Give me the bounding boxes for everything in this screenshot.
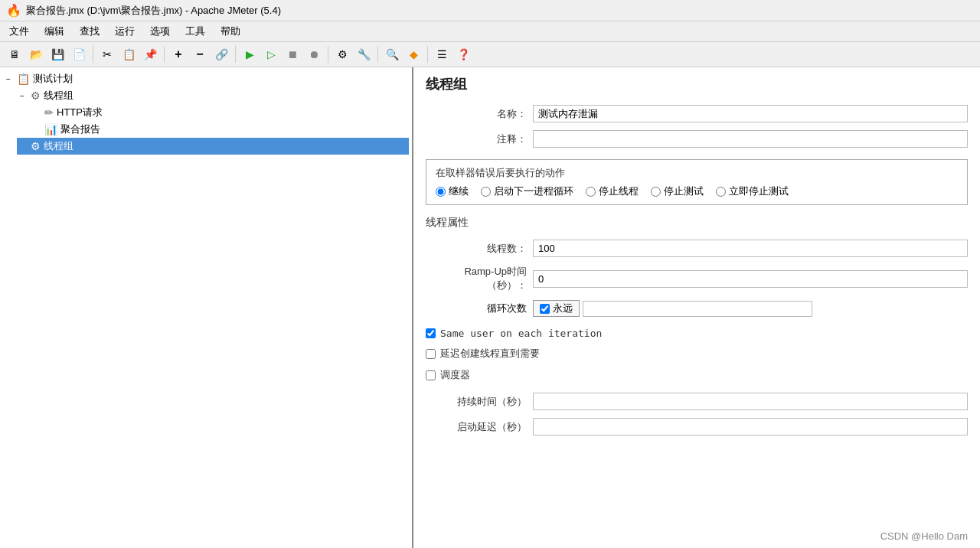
move-button[interactable]: 🔗 xyxy=(211,44,231,64)
window-title: 聚合报告.jmx (D:\jvm\聚合报告.jmx) - Apache JMet… xyxy=(26,4,281,18)
action-continue-radio[interactable] xyxy=(436,187,446,197)
menu-tools[interactable]: 工具 xyxy=(179,23,211,40)
delay-create-label[interactable]: 延迟创建线程直到需要 xyxy=(440,347,540,360)
menu-file[interactable]: 文件 xyxy=(3,23,35,40)
action-stop-thread[interactable]: 停止线程 xyxy=(586,184,639,198)
toggle-aggregate-report xyxy=(34,126,43,134)
same-user-label[interactable]: Same user on each iteration xyxy=(440,328,602,339)
toggle-http-request xyxy=(34,109,43,117)
comment-label: 注释： xyxy=(426,132,533,146)
stop-button[interactable]: ⏹ xyxy=(283,44,302,64)
copy-button[interactable]: 📋 xyxy=(119,44,139,64)
toggle-thread-group-main[interactable]: − xyxy=(20,92,29,100)
title-bar: 🔥 聚合报告.jmx (D:\jvm\聚合报告.jmx) - Apache JM… xyxy=(0,0,980,21)
eternal-checkbox[interactable] xyxy=(540,304,550,314)
duration-row: 持续时间（秒） xyxy=(426,389,968,414)
action-continue[interactable]: 继续 xyxy=(436,184,469,198)
name-section: 名称： 注释： xyxy=(413,98,980,155)
scheduler-checkbox[interactable] xyxy=(426,370,436,380)
action-stop-test-radio[interactable] xyxy=(651,187,661,197)
cut-button[interactable]: ✂ xyxy=(97,44,117,64)
tree: − 📋 测试计划 − ⚙ 线程组 ✏ HTTP请求 📊 聚合报告 xyxy=(0,67,412,158)
list-button[interactable]: ☰ xyxy=(432,44,452,64)
new-button[interactable]: 🖥 xyxy=(5,44,24,64)
action-stop-test-now-radio[interactable] xyxy=(716,187,726,197)
thread-props-section: 线程数： Ramp-Up时间（秒）： 循环次数 永远 xyxy=(413,233,980,324)
duration-section: 持续时间（秒） 启动延迟（秒） xyxy=(413,386,980,442)
test-plan-icon: 📋 xyxy=(17,73,30,85)
eternal-label-container[interactable]: 永远 xyxy=(533,300,580,317)
thread-group-main-icon: ⚙ xyxy=(31,90,41,102)
function-helper-button[interactable]: ◆ xyxy=(403,44,423,64)
scheduler-label[interactable]: 调度器 xyxy=(440,368,470,382)
save-as-button[interactable]: 📄 xyxy=(69,44,89,64)
action-stop-test-now[interactable]: 立即停止测试 xyxy=(716,184,789,198)
separator-5 xyxy=(377,46,378,63)
search-button[interactable]: 🔍 xyxy=(382,44,402,64)
ramp-up-label: Ramp-Up时间（秒）： xyxy=(426,265,533,292)
startup-delay-label: 启动延迟（秒） xyxy=(426,420,533,434)
main-layout: − 📋 测试计划 − ⚙ 线程组 ✏ HTTP请求 📊 聚合报告 xyxy=(0,67,980,548)
same-user-checkbox[interactable] xyxy=(426,328,436,338)
thread-props-title: 线程属性 xyxy=(413,210,980,233)
run-button[interactable]: ▶ xyxy=(240,44,260,64)
tree-item-aggregate-report[interactable]: 📊 聚合报告 xyxy=(31,121,409,138)
tree-item-test-plan[interactable]: − 📋 测试计划 xyxy=(3,70,409,87)
right-panel: 线程组 名称： 注释： 在取样器错误后要执行的动作 继续 xyxy=(413,67,980,548)
separator-4 xyxy=(328,46,328,63)
thread-count-row: 线程数： xyxy=(426,236,968,261)
action-title: 在取样器错误后要执行的动作 xyxy=(436,166,958,180)
name-label: 名称： xyxy=(426,107,533,121)
thread-count-input[interactable] xyxy=(533,240,968,257)
loop-combo: 永远 xyxy=(533,300,812,317)
action-stop-test[interactable]: 停止测试 xyxy=(651,184,704,198)
remote-stop-button[interactable]: 🔧 xyxy=(354,44,374,64)
thread-count-label: 线程数： xyxy=(426,242,533,256)
paste-button[interactable]: 📌 xyxy=(140,44,160,64)
menu-options[interactable]: 选项 xyxy=(144,23,176,40)
same-user-row: Same user on each iteration xyxy=(413,324,980,343)
tree-item-thread-group-main[interactable]: − ⚙ 线程组 xyxy=(17,87,409,104)
action-stop-thread-radio[interactable] xyxy=(586,187,596,197)
menu-bar: 文件 编辑 查找 运行 选项 工具 帮助 xyxy=(0,21,980,42)
aggregate-report-icon: 📊 xyxy=(44,123,57,135)
app-icon: 🔥 xyxy=(6,3,21,18)
run-pause-button[interactable]: ▷ xyxy=(261,44,281,64)
menu-run[interactable]: 运行 xyxy=(109,23,141,40)
comment-input[interactable] xyxy=(533,130,968,148)
left-panel: − 📋 测试计划 − ⚙ 线程组 ✏ HTTP请求 📊 聚合报告 xyxy=(0,67,413,548)
loop-count-row: 循环次数 永远 xyxy=(426,296,968,321)
menu-edit[interactable]: 编辑 xyxy=(38,23,70,40)
help-button[interactable]: ❓ xyxy=(453,44,473,64)
toolbar: 🖥 📂 💾 📄 ✂ 📋 📌 + − 🔗 ▶ ▷ ⏹ ⏺ ⚙ 🔧 🔍 ◆ ☰ ❓ xyxy=(0,42,980,67)
remote-start-button[interactable]: ⚙ xyxy=(332,44,352,64)
menu-find[interactable]: 查找 xyxy=(74,23,106,40)
menu-help[interactable]: 帮助 xyxy=(214,23,247,40)
panel-header: 线程组 xyxy=(413,67,980,98)
loop-count-input[interactable] xyxy=(583,301,812,317)
separator-3 xyxy=(235,46,236,63)
tree-item-http-request[interactable]: ✏ HTTP请求 xyxy=(31,104,409,121)
startup-delay-input[interactable] xyxy=(533,418,968,435)
stop-all-button[interactable]: ⏺ xyxy=(304,44,324,64)
remove-button[interactable]: − xyxy=(190,44,210,64)
duration-input[interactable] xyxy=(533,393,968,410)
name-input[interactable] xyxy=(533,105,968,122)
add-button[interactable]: + xyxy=(168,44,188,64)
loop-count-label: 循环次数 xyxy=(426,302,533,315)
ramp-up-input[interactable] xyxy=(533,270,968,288)
delay-create-checkbox[interactable] xyxy=(426,349,436,359)
save-button[interactable]: 💾 xyxy=(47,44,67,64)
toggle-thread-group-sub xyxy=(20,142,29,151)
action-section: 在取样器错误后要执行的动作 继续 启动下一进程循环 停止线程 停止测试 xyxy=(426,159,968,205)
action-next-loop[interactable]: 启动下一进程循环 xyxy=(481,184,573,198)
open-button[interactable]: 📂 xyxy=(26,44,46,64)
toggle-test-plan[interactable]: − xyxy=(6,75,15,83)
startup-delay-row: 启动延迟（秒） xyxy=(426,414,968,439)
action-radio-group: 继续 启动下一进程循环 停止线程 停止测试 立即停止测试 xyxy=(436,184,958,198)
tree-item-thread-group-sub[interactable]: ⚙ 线程组 xyxy=(17,138,409,155)
watermark: CSDN @Hello Dam xyxy=(880,530,968,542)
delay-create-row: 延迟创建线程直到需要 xyxy=(413,343,980,364)
http-request-icon: ✏ xyxy=(44,106,54,119)
action-next-loop-radio[interactable] xyxy=(481,187,491,197)
